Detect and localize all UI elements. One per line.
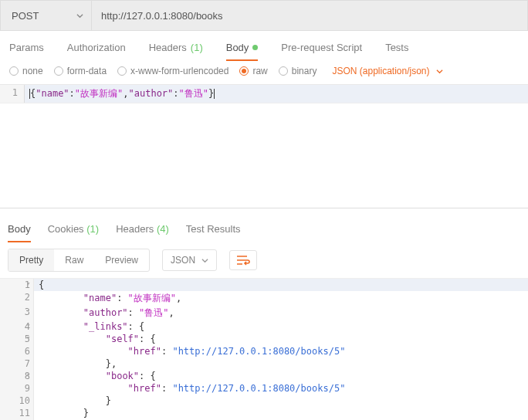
request-url-input[interactable]: http://127.0.0.1:8080/books (92, 1, 527, 30)
resp-headers-count: (4) (157, 223, 169, 235)
response-tabs: Body Cookies (1) Headers (4) Test Result… (0, 214, 528, 242)
response-line: 4▾ "_links": { (0, 320, 528, 333)
code-content: }, (34, 357, 528, 370)
tab-prerequest[interactable]: Pre-request Script (281, 42, 362, 53)
wrap-lines-button[interactable] (229, 250, 257, 270)
chevron-down-icon (436, 68, 443, 75)
fold-toggle-icon[interactable]: ▾ (26, 334, 30, 341)
line-number: 3 (0, 306, 34, 320)
response-line: 5▾ "self": { (0, 333, 528, 345)
fold-toggle-icon[interactable]: ▾ (26, 371, 30, 378)
tab-authorization[interactable]: Authorization (67, 42, 126, 53)
radio-icon (279, 66, 288, 76)
response-line: 2 "name": "故事新编", (0, 291, 528, 306)
content-type-label: JSON (application/json) (332, 66, 429, 76)
response-line: 10 } (0, 395, 528, 407)
radio-none[interactable]: none (9, 66, 43, 76)
line-number: 4▾ (0, 320, 34, 333)
code-content: {"name":"故事新编","author":"鲁迅"} (25, 85, 528, 103)
format-select[interactable]: JSON (162, 249, 217, 271)
response-line: 8▾ "book": { (0, 370, 528, 382)
radio-icon (54, 66, 63, 76)
code-content: "name": "故事新编", (34, 291, 528, 306)
tab-tests[interactable]: Tests (385, 42, 408, 53)
cookies-count: (1) (86, 223, 99, 235)
wrap-icon (236, 255, 250, 266)
line-number: 6 (0, 345, 34, 357)
tab-params[interactable]: Params (9, 42, 44, 53)
code-content: "self": { (34, 333, 528, 345)
code-content: "href": "http://127.0.0.1:8080/books/5" (34, 345, 528, 357)
content-type-select[interactable]: JSON (application/json) (332, 66, 442, 76)
tab-body-label: Body (226, 42, 249, 53)
line-number: 9 (0, 382, 34, 395)
text-cursor-icon (214, 89, 215, 99)
chevron-down-icon (76, 12, 83, 19)
radio-icon (117, 66, 127, 76)
http-method-select[interactable]: POST (1, 1, 92, 30)
request-url-value: http://127.0.0.1:8080/books (101, 10, 223, 22)
radio-icon (9, 66, 19, 76)
fold-toggle-icon[interactable]: ▾ (26, 279, 30, 287)
line-number: 1 (0, 85, 25, 103)
radio-form-data[interactable]: form-data (54, 66, 107, 76)
format-value: JSON (171, 255, 195, 266)
tab-headers-label: Headers (149, 42, 187, 53)
line-number: 8▾ (0, 370, 34, 382)
response-line: 11 } (0, 407, 528, 419)
line-number: 10 (0, 395, 34, 407)
resp-tab-body[interactable]: Body (8, 223, 31, 242)
resp-tab-headers[interactable]: Headers (4) (116, 223, 169, 236)
code-content: "author": "鲁迅", (34, 306, 528, 320)
request-bar: POST http://127.0.0.1:8080/books (0, 0, 528, 31)
http-method-value: POST (12, 10, 39, 22)
request-tabs: Params Authorization Headers (1) Body Pr… (0, 31, 528, 61)
response-line: 6 "href": "http://127.0.0.1:8080/books/5… (0, 345, 528, 357)
radio-icon (239, 66, 249, 76)
code-content: } (34, 407, 528, 419)
body-type-row: none form-data x-www-form-urlencoded raw… (0, 61, 528, 84)
response-line: 9 "href": "http://127.0.0.1:8080/books/5… (0, 382, 528, 395)
radio-binary[interactable]: binary (279, 66, 317, 76)
radio-xwww[interactable]: x-www-form-urlencoded (117, 66, 228, 76)
response-body-viewer[interactable]: 1▾{2 "name": "故事新编",3 "author": "鲁迅",4▾ … (0, 279, 528, 420)
tab-body[interactable]: Body (226, 42, 259, 61)
code-content: "_links": { (34, 320, 528, 333)
view-mode-group: Pretty Raw Preview (8, 249, 150, 272)
view-preview[interactable]: Preview (94, 249, 149, 271)
response-line: 7 }, (0, 357, 528, 370)
resp-tab-test-results[interactable]: Test Results (186, 223, 241, 236)
code-content: "href": "http://127.0.0.1:8080/books/5" (34, 382, 528, 395)
view-raw[interactable]: Raw (54, 249, 94, 271)
request-body-editor[interactable]: 1 {"name":"故事新编","author":"鲁迅"} (0, 84, 528, 103)
chevron-down-icon (201, 257, 208, 264)
tab-headers[interactable]: Headers (1) (149, 42, 203, 53)
resp-tab-cookies[interactable]: Cookies (1) (48, 223, 99, 236)
radio-raw[interactable]: raw (239, 66, 267, 76)
editor-empty-area[interactable] (0, 103, 528, 208)
line-number: 5▾ (0, 333, 34, 345)
pane-divider[interactable] (0, 208, 528, 214)
line-number: 1▾ (0, 279, 34, 291)
response-line: 3 "author": "鲁迅", (0, 306, 528, 320)
response-toolbar: Pretty Raw Preview JSON (0, 242, 528, 279)
fold-toggle-icon[interactable]: ▾ (26, 321, 30, 329)
headers-count: (1) (191, 42, 203, 53)
code-content: "book": { (34, 370, 528, 382)
code-content: { (34, 279, 528, 291)
code-content: } (34, 395, 528, 407)
line-number: 2 (0, 291, 34, 306)
line-number: 7 (0, 357, 34, 370)
response-line: 1▾{ (0, 279, 528, 291)
dot-indicator-icon (252, 45, 258, 50)
view-pretty[interactable]: Pretty (8, 249, 54, 271)
line-number: 11 (0, 407, 34, 419)
editor-line: 1 {"name":"故事新编","author":"鲁迅"} (0, 85, 528, 103)
